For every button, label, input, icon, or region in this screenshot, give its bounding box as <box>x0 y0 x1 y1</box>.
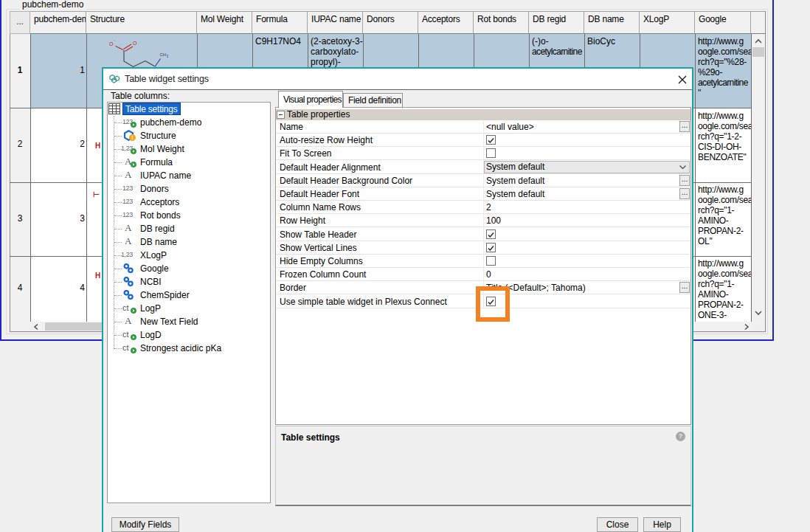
svg-text:-: - <box>114 38 116 43</box>
svg-text:O: O <box>133 41 137 46</box>
svg-text:CH: CH <box>160 52 167 57</box>
svg-text:O: O <box>109 41 114 46</box>
svg-text:3: 3 <box>167 55 169 58</box>
